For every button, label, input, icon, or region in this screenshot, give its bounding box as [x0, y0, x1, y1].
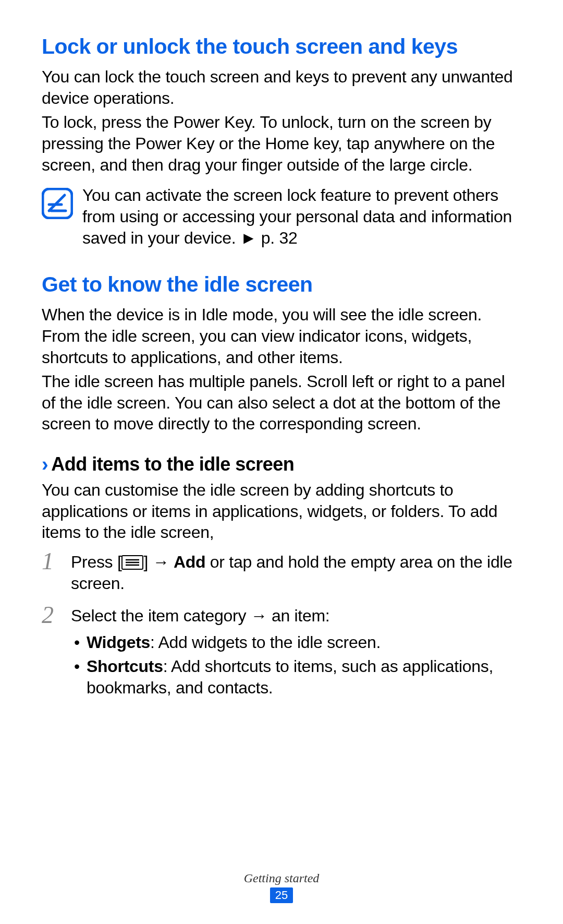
note-block: You can activate the screen lock feature… [42, 185, 521, 248]
para-idle-intro: When the device is in Idle mode, you wil… [42, 304, 521, 368]
footer-page-number: 25 [270, 887, 293, 903]
bullet-shortcuts: Shortcuts: Add shortcuts to items, such … [71, 656, 521, 698]
para-lock-intro: You can lock the touch screen and keys t… [42, 66, 521, 109]
note-text: You can activate the screen lock feature… [82, 185, 521, 248]
heading-lock-unlock: Lock or unlock the touch screen and keys [42, 34, 521, 59]
step-1: Press [ ] → Add or tap and hold the empt… [42, 551, 521, 594]
chevron-right-icon: › [42, 454, 48, 474]
step1-pre: Press [ [71, 553, 121, 571]
step1-bold: Add [174, 553, 205, 571]
page-footer: Getting started 25 [0, 871, 563, 903]
bullet-shortcuts-bold: Shortcuts [87, 657, 163, 676]
bullet-widgets: Widgets: Add widgets to the idle screen. [71, 632, 521, 653]
bullet-widgets-rest: : Add widgets to the idle screen. [150, 633, 381, 652]
subheading-add-items: › Add items to the idle screen [42, 453, 521, 475]
para-lock-howto: To lock, press the Power Key. To unlock,… [42, 112, 521, 175]
menu-key-icon [121, 555, 143, 570]
step2-text: Select the item category → an item: [71, 606, 329, 625]
note-icon [42, 188, 73, 219]
footer-section-name: Getting started [0, 871, 563, 885]
bullet-widgets-bold: Widgets [87, 633, 150, 652]
bullets-list: Widgets: Add widgets to the idle screen.… [71, 632, 521, 699]
para-idle-panels: The idle screen has multiple panels. Scr… [42, 371, 521, 435]
para-add-items-intro: You can customise the idle screen by add… [42, 479, 521, 543]
step1-mid: ] → [143, 553, 173, 571]
step-2: Select the item category → an item: Widg… [42, 605, 521, 699]
subheading-text: Add items to the idle screen [51, 453, 294, 475]
steps-list: Press [ ] → Add or tap and hold the empt… [42, 551, 521, 699]
heading-idle-screen: Get to know the idle screen [42, 272, 521, 297]
